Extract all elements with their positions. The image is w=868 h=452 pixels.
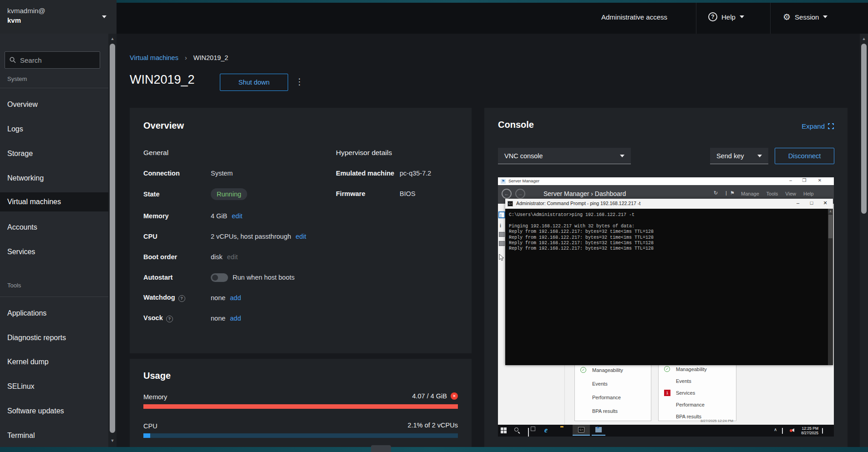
tile-row[interactable]: Events — [676, 378, 691, 384]
connection-label: Connection — [143, 170, 211, 177]
minimize-icon[interactable]: – — [786, 178, 796, 183]
sidebar-item-diagnostic-reports[interactable]: Diagnostic reports — [0, 331, 108, 344]
tray-chevron-icon[interactable]: ∧ — [774, 427, 777, 432]
scroll-up-icon[interactable]: ▲ — [108, 36, 117, 41]
autostart-toggle[interactable] — [211, 273, 228, 282]
start-button-icon[interactable] — [501, 427, 507, 433]
disconnect-button[interactable]: Disconnect — [775, 148, 834, 164]
watchdog-add-link[interactable]: add — [230, 294, 241, 301]
action-center-icon[interactable] — [822, 428, 823, 433]
sidebar-item-overview[interactable]: Overview — [0, 98, 108, 111]
privilege-indicator[interactable]: Administrative access — [601, 0, 667, 34]
sidebar-item-kernel-dump[interactable]: Kernel dump — [0, 356, 108, 368]
privilege-label: Administrative access — [601, 13, 667, 21]
sidebar-item-terminal[interactable]: Terminal — [0, 429, 108, 442]
taskbar-clock[interactable]: 12:25 PM 8/27/2025 — [797, 426, 818, 435]
internet-explorer-icon[interactable]: e — [544, 427, 548, 433]
server-manager-app-icon: ⚑ — [501, 179, 506, 184]
dashboard-nav-icon[interactable] — [498, 211, 505, 218]
sidebar-scrollbar[interactable]: ▲ ▼ — [108, 34, 117, 447]
minimize-icon[interactable]: – — [793, 200, 802, 206]
tile-row[interactable]: Events — [592, 381, 608, 387]
usage-memory-label: Memory — [143, 393, 167, 401]
session-menu[interactable]: ⚙ Session — [783, 0, 827, 34]
back-icon[interactable]: ← — [502, 189, 512, 199]
username: kvmadmin@ — [7, 6, 46, 15]
sidebar-item-logs[interactable]: Logs — [0, 123, 108, 136]
server-manager-menu[interactable]: Manage Tools View Help — [741, 191, 814, 196]
tile-row[interactable]: BPA results — [676, 414, 701, 419]
emulated-machine-label: Emulated machine — [336, 170, 400, 177]
file-storage-nav-icon[interactable] — [499, 241, 505, 246]
logged-in-user: kvmadmin@ kvm — [7, 6, 46, 25]
breadcrumb-current: WIN2019_2 — [193, 54, 228, 61]
sidebar-item-services[interactable]: Services — [0, 246, 108, 258]
overview-general-column: General Connection System State Running … — [143, 149, 336, 333]
scroll-up-icon[interactable]: ▲ — [860, 36, 868, 41]
tile-row[interactable]: Performance — [676, 402, 705, 407]
help-icon: ? — [708, 12, 717, 21]
task-view-icon[interactable] — [528, 428, 529, 437]
page-scrollbar-thumb[interactable] — [861, 44, 867, 214]
taskbar-search-icon[interactable] — [514, 427, 518, 432]
sidebar-item-networking[interactable]: Networking — [0, 172, 108, 185]
question-circle-icon[interactable]: ? — [166, 316, 173, 322]
network-icon[interactable] — [782, 428, 783, 433]
tile-row[interactable]: Manageability — [592, 367, 623, 373]
sidebar-item-accounts[interactable]: Accounts — [0, 221, 108, 234]
question-circle-icon[interactable]: ? — [178, 295, 185, 302]
help-menu[interactable]: ? Help — [708, 0, 744, 34]
maximize-icon[interactable]: ❐ — [799, 178, 809, 183]
console-type-select[interactable]: VNC console — [498, 148, 631, 164]
cmd-line: C:\Users\Administrator>ping 192.168.122.… — [509, 212, 833, 218]
vnc-canvas[interactable]: ⚑ Server Manager – ❐ ✕ ← → Server Manage… — [498, 177, 834, 437]
cpu-edit-link[interactable]: edit — [296, 233, 306, 240]
general-header: General — [143, 149, 336, 157]
sidebar-scrollbar-thumb[interactable] — [110, 44, 115, 433]
sidebar-item-applications[interactable]: Applications — [0, 307, 108, 320]
sidebar-search[interactable] — [5, 51, 100, 69]
breadcrumb-virtual-machines[interactable]: Virtual machines — [130, 54, 178, 61]
shutdown-button[interactable]: Shut down — [220, 74, 288, 91]
taskbar-server-manager-button[interactable] — [592, 425, 605, 436]
close-icon[interactable]: ✕ — [821, 200, 830, 206]
sidebar-item-storage[interactable]: Storage — [0, 147, 108, 160]
search-input[interactable] — [20, 56, 88, 64]
notifications-flag-icon[interactable]: ⚑ — [730, 190, 735, 196]
sidebar-section-tools: Tools — [7, 282, 21, 289]
memory-label: Memory — [143, 212, 211, 220]
tile-row[interactable]: BPA results — [592, 408, 618, 414]
tile-row[interactable]: Services — [676, 390, 695, 396]
taskbar-cmd-button[interactable]: C:\ — [573, 425, 590, 436]
cpu-usage-bar — [143, 433, 458, 438]
memory-value: 4 GiB — [211, 212, 227, 220]
command-prompt-titlebar[interactable]: C:\ Administrator: Command Prompt - ping… — [505, 199, 833, 209]
sidebar-item-virtual-machines[interactable]: Virtual machines — [0, 192, 108, 211]
sidebar-item-software-updates[interactable]: Software updates — [0, 405, 108, 417]
tile-timestamp: 8/27/2025 12:24 PM — [700, 419, 733, 423]
cpu-value: 2 vCPUs, host passthrough — [211, 233, 291, 240]
maximize-icon[interactable]: □ — [807, 200, 816, 206]
scroll-down-icon[interactable]: ▼ — [108, 438, 117, 443]
memory-edit-link[interactable]: edit — [232, 212, 242, 220]
command-prompt-window[interactable]: C:\ Administrator: Command Prompt - ping… — [505, 199, 833, 365]
tile-row[interactable]: Manageability — [676, 367, 707, 372]
sidebar-item-selinux[interactable]: SELinux — [0, 380, 108, 393]
vsock-add-link[interactable]: add — [230, 315, 241, 322]
refresh-icon[interactable]: ↻ — [714, 190, 718, 196]
all-servers-nav-icon[interactable] — [499, 232, 505, 237]
boot-order-label: Boot order — [143, 253, 211, 261]
tile-row[interactable]: Performance — [592, 395, 621, 400]
forward-icon[interactable]: → — [515, 189, 525, 199]
local-server-nav-icon[interactable]: i — [500, 223, 504, 229]
scroll-up-icon[interactable]: ∧ — [828, 209, 833, 214]
close-icon[interactable]: ✕ — [815, 178, 825, 183]
console-expand-link[interactable]: Expand — [802, 122, 834, 130]
vm-actions-kebab-icon[interactable]: ⋮ — [295, 76, 304, 87]
page-scrollbar[interactable]: ▲ — [860, 34, 868, 452]
send-key-dropdown[interactable]: Send key — [710, 148, 768, 164]
boot-order-value: disk — [211, 253, 223, 261]
cmd-scrollbar-thumb[interactable] — [828, 215, 832, 238]
cmd-scrollbar[interactable]: ∧ — [828, 209, 833, 365]
host-switcher[interactable]: kvmadmin@ kvm — [0, 0, 117, 34]
